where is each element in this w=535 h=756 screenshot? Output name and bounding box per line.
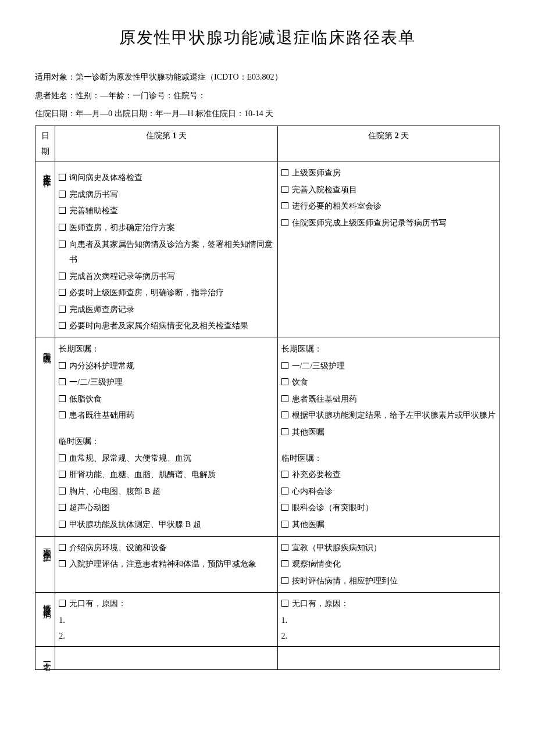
checkbox-icon[interactable] [59,378,66,385]
cell-day2-variation: 无口有，原因： 1. 2. [277,593,500,647]
list-item: 无口有，原因： [59,596,273,612]
checkbox-icon[interactable] [59,289,66,296]
list-item: 上级医师查房 [281,166,496,181]
checkbox-icon[interactable] [281,560,288,567]
long-orders-title: 长期医嘱： [59,342,273,357]
checkbox-icon[interactable] [59,544,66,551]
list-item: 完成医师查房记录 [59,302,273,318]
checkbox-icon[interactable] [281,577,288,584]
checkbox-icon[interactable] [281,488,288,495]
list-item: 肝肾功能、血糖、血脂、肌酶谱、电解质 [59,467,273,483]
list-item: 询问病史及体格检查 [59,170,273,186]
document-title: 原发性甲状腺功能减退症临床路径表单 [35,23,500,52]
checkbox-icon[interactable] [59,174,66,181]
cell-day1-orders: 长期医嘱： 内分泌科护理常规 一/二/三级护理 低脂饮食 患者既往基础用药 临时… [55,338,277,537]
checkbox-icon[interactable] [281,521,288,528]
checkbox-icon[interactable] [59,306,66,313]
label-variation: 情异变录记病 [35,593,55,647]
checkbox-icon[interactable] [59,395,66,402]
cell-day2-nursing: 宣教（甲状腺疾病知识） 观察病情变化 按时评估病情，相应护理到位 [277,536,500,593]
cell-day1-signature [55,647,277,670]
checkbox-icon[interactable] [281,544,288,551]
checkbox-icon[interactable] [59,471,66,478]
meta-patient: 患者姓名：性别：—年龄：一门诊号：住院号： [35,88,500,103]
list-item: 其他医嘱 [281,517,496,533]
list-item: 进行必要的相关科室会诊 [281,199,496,214]
checkbox-icon[interactable] [281,186,288,193]
list-item: 向患者及其家属告知病情及诊治方案，签署相关知情同意书 [59,237,273,268]
cell-day1-variation: 无口有，原因： 1. 2. [55,593,277,647]
checkbox-icon[interactable] [59,322,66,329]
variation-line-1: 1. [59,613,273,629]
list-item: 住院医师完成上级医师查房记录等病历书写 [281,216,496,231]
checkbox-icon[interactable] [281,219,288,226]
row-variation: 情异变录记病 无口有，原因： 1. 2. 无口有，原因： 1. 2. [35,593,500,647]
checkbox-icon[interactable] [281,362,288,369]
list-item: 必要时向患者及家属介绍病情变化及相关检查结果 [59,318,273,334]
checkbox-icon[interactable] [59,241,66,248]
checkbox-icon[interactable] [281,600,288,607]
checkbox-icon[interactable] [59,600,66,607]
list-item: 内分泌科护理常规 [59,359,273,374]
list-item: 超声心动图 [59,500,273,516]
list-item: 患者既往基础用药 [59,408,273,424]
checkbox-icon[interactable] [59,273,66,280]
checkbox-icon[interactable] [59,560,66,567]
checkbox-icon[interactable] [59,488,66,495]
checkbox-icon[interactable] [59,411,66,418]
cell-day1-main-work: 询问病史及体格检查 完成病历书写 完善辅助检查 医师查房，初步确定治疗方案 向患… [55,162,277,338]
meta-applicable: 适用对象：第一诊断为原发性甲状腺功能减退症（ICDTO：E03.802） [35,70,500,84]
list-item: 按时评估病情，相应护理到位 [281,574,496,589]
label-main-work: 主要诊疗工作 [35,162,55,338]
checkbox-icon[interactable] [281,169,288,176]
list-item: 其他医嘱 [281,425,496,440]
checkbox-icon[interactable] [281,202,288,209]
checkbox-icon[interactable] [281,504,288,511]
list-item: 胸片、心电图、腹部 B 超 [59,484,273,500]
list-item: 根据甲状腺功能测定结果，给予左甲状腺素片或甲状腺片 [281,408,496,424]
list-item: 入院护理评估，注意患者精神和体温，预防甲减危象 [59,557,273,572]
row-signature: 士名一 [35,647,500,670]
checkbox-icon[interactable] [59,521,66,528]
list-item: 补充必要检查 [281,467,496,483]
variation-line-2: 2. [59,629,273,644]
list-item: 低脂饮食 [59,392,273,407]
checkbox-icon[interactable] [59,191,66,198]
temp-orders-title: 临时医嘱： [59,434,273,450]
checkbox-icon[interactable] [281,378,288,385]
label-orders: 重点医嘱 [35,338,55,537]
list-item: 一/二/三级护理 [59,375,273,390]
header-day2: 住院第 2 天 [277,126,500,162]
checkbox-icon[interactable] [281,428,288,435]
checkbox-icon[interactable] [281,471,288,478]
list-item: 患者既往基础用药 [281,392,496,407]
checkbox-icon[interactable] [59,454,66,461]
row-nursing: 要理作主护工 介绍病房环境、设施和设备 入院护理评估，注意患者精神和体温，预防甲… [35,536,500,593]
cell-day1-nursing: 介绍病房环境、设施和设备 入院护理评估，注意患者精神和体温，预防甲减危象 [55,536,277,593]
list-item: 完善辅助检查 [59,203,273,219]
cell-day2-main-work: 上级医师查房 完善入院检查项目 进行必要的相关科室会诊 住院医师完成上级医师查房… [277,162,500,338]
checkbox-icon[interactable] [281,411,288,418]
checkbox-icon[interactable] [59,207,66,214]
label-signature: 士名一 [35,647,55,670]
header-date: 日期 [35,126,55,162]
list-item: 血常规、尿常规、大便常规、血沉 [59,451,273,467]
list-item: 介绍病房环境、设施和设备 [59,540,273,556]
list-item: 一/二/三级护理 [281,359,496,374]
checkbox-icon[interactable] [281,395,288,402]
checkbox-icon[interactable] [59,224,66,231]
list-item: 眼科会诊（有突眼时） [281,500,496,516]
cell-day2-signature [277,647,500,670]
list-item: 必要时上级医师查房，明确诊断，指导治疗 [59,285,273,301]
list-item: 宣教（甲状腺疾病知识） [281,540,496,556]
variation-line-2: 2. [281,629,496,644]
list-item: 完成病历书写 [59,187,273,203]
list-item: 完善入院检查项目 [281,182,496,198]
checkbox-icon[interactable] [59,362,66,369]
list-item: 心内科会诊 [281,484,496,500]
label-nursing: 要理作主护工 [35,536,55,593]
table-header-row: 日期 住院第 1 天 住院第 2 天 [35,126,500,162]
checkbox-icon[interactable] [59,504,66,511]
temp-orders-title: 临时医嘱： [281,451,496,467]
long-orders-title: 长期医嘱： [281,342,496,357]
